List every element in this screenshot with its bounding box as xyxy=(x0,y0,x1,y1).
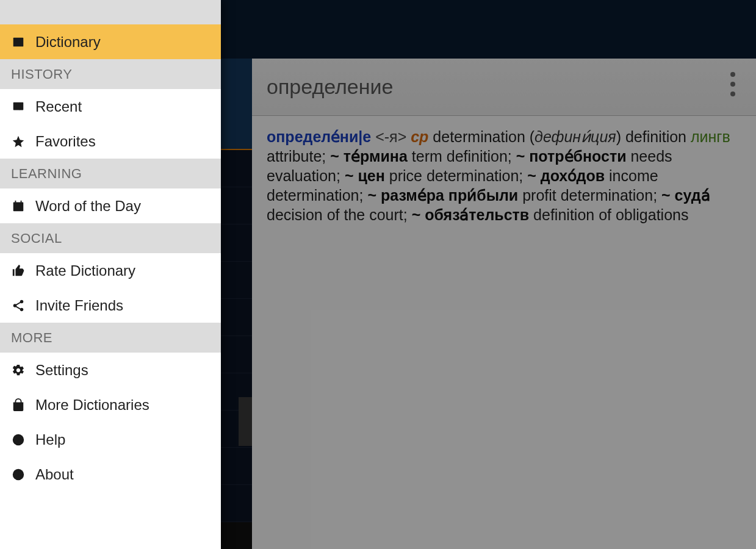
svg-rect-20 xyxy=(18,473,19,477)
section-header-social: SOCIAL xyxy=(0,223,221,253)
nav-label: About xyxy=(35,466,74,483)
navigation-drawer: Dictionary HISTORY Recent Favorites LEAR… xyxy=(0,0,221,549)
shopping-bag-icon xyxy=(11,398,26,412)
svg-rect-9 xyxy=(21,200,22,203)
svg-point-14 xyxy=(20,307,24,311)
svg-rect-10 xyxy=(15,206,17,207)
svg-rect-21 xyxy=(18,471,19,472)
svg-rect-15 xyxy=(15,301,21,305)
nav-about[interactable]: About xyxy=(0,457,221,492)
drawer-header-spacer xyxy=(0,0,221,24)
nav-dictionary[interactable]: Dictionary xyxy=(0,24,221,59)
nav-label: Favorites xyxy=(35,133,96,150)
svg-point-4 xyxy=(15,104,19,108)
nav-recent[interactable]: Recent xyxy=(0,89,221,124)
nav-help[interactable]: ? Help xyxy=(0,422,221,457)
svg-rect-1 xyxy=(15,39,18,40)
section-header-history: HISTORY xyxy=(0,59,221,89)
nav-label: More Dictionaries xyxy=(35,396,149,414)
nav-favorites[interactable]: Favorites xyxy=(0,124,221,159)
nav-more-dictionaries[interactable]: More Dictionaries xyxy=(0,387,221,422)
gear-icon xyxy=(11,364,26,377)
nav-label: Help xyxy=(35,431,65,448)
svg-rect-11 xyxy=(18,206,20,207)
info-icon xyxy=(11,468,26,481)
svg-rect-16 xyxy=(15,306,21,309)
book-az-icon xyxy=(11,35,26,49)
nav-label: Settings xyxy=(35,362,88,379)
nav-label: Recent xyxy=(35,98,82,115)
share-icon xyxy=(11,299,26,312)
nav-rate[interactable]: Rate Dictionary xyxy=(0,253,221,288)
nav-label: Invite Friends xyxy=(35,297,123,314)
section-header-more: MORE xyxy=(0,323,221,353)
nav-label: Word of the Day xyxy=(35,198,141,215)
calendar-icon xyxy=(11,199,26,213)
star-icon xyxy=(11,135,26,148)
svg-text:?: ? xyxy=(16,435,21,444)
nav-settings[interactable]: Settings xyxy=(0,353,221,387)
help-icon: ? xyxy=(11,433,26,447)
nav-word-of-the-day[interactable]: Word of the Day xyxy=(0,188,221,223)
svg-rect-8 xyxy=(15,200,16,203)
thumbs-up-icon xyxy=(11,264,26,278)
magnifier-list-icon xyxy=(11,100,26,113)
svg-rect-2 xyxy=(15,41,20,43)
nav-label: Rate Dictionary xyxy=(35,262,135,279)
nav-invite[interactable]: Invite Friends xyxy=(0,288,221,323)
section-header-learning: LEARNING xyxy=(0,159,221,188)
nav-label: Dictionary xyxy=(35,34,101,51)
